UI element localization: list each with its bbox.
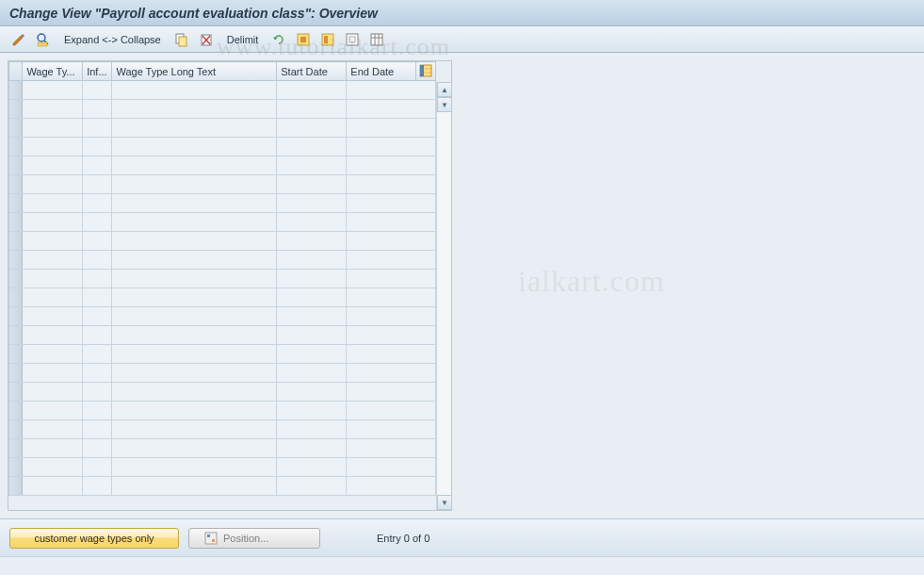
cell-end-date[interactable]	[347, 439, 436, 458]
cell-inf[interactable]	[83, 270, 112, 288]
delimit-button[interactable]: Delimit	[221, 30, 265, 49]
cell-long-text[interactable]	[112, 100, 277, 119]
cell-end-date[interactable]	[347, 138, 436, 156]
cell-end-date[interactable]	[347, 364, 436, 383]
cell-start-date[interactable]	[277, 232, 347, 251]
cell-wage-type[interactable]	[23, 138, 83, 156]
cell-long-text[interactable]	[112, 326, 277, 345]
row-selector[interactable]	[9, 477, 23, 496]
cell-start-date[interactable]	[277, 251, 347, 270]
row-selector[interactable]	[9, 420, 23, 439]
cell-end-date[interactable]	[347, 383, 436, 402]
cell-start-date[interactable]	[277, 345, 347, 364]
cell-wage-type[interactable]	[23, 194, 83, 213]
cell-wage-type[interactable]	[23, 175, 83, 194]
cell-start-date[interactable]	[277, 383, 347, 402]
row-selector[interactable]	[9, 138, 23, 156]
row-selector[interactable]	[9, 345, 23, 364]
cell-start-date[interactable]	[277, 100, 347, 119]
cell-end-date[interactable]	[347, 402, 436, 420]
cell-start-date[interactable]	[277, 288, 347, 307]
cell-long-text[interactable]	[112, 138, 277, 156]
table-row[interactable]	[9, 420, 436, 439]
cell-start-date[interactable]	[277, 270, 347, 288]
cell-inf[interactable]	[83, 175, 112, 194]
cell-end-date[interactable]	[347, 326, 436, 345]
cell-wage-type[interactable]	[23, 458, 83, 477]
cell-start-date[interactable]	[277, 213, 347, 232]
cell-start-date[interactable]	[277, 420, 347, 439]
table-row[interactable]	[9, 307, 436, 326]
table-settings-button[interactable]	[367, 30, 386, 49]
row-selector[interactable]	[9, 213, 23, 232]
cell-wage-type[interactable]	[23, 156, 83, 175]
table-row[interactable]	[9, 477, 436, 496]
row-selector[interactable]	[9, 288, 23, 307]
row-selector[interactable]	[9, 307, 23, 326]
cell-long-text[interactable]	[112, 175, 277, 194]
table-row[interactable]	[9, 402, 436, 420]
cell-wage-type[interactable]	[23, 81, 83, 100]
row-selector[interactable]	[9, 326, 23, 345]
row-selector[interactable]	[9, 81, 23, 100]
cell-end-date[interactable]	[347, 420, 436, 439]
cell-start-date[interactable]	[277, 458, 347, 477]
cell-long-text[interactable]	[112, 458, 277, 477]
cell-long-text[interactable]	[112, 270, 277, 288]
col-header-inf[interactable]: Inf...	[83, 62, 112, 81]
table-row[interactable]	[9, 439, 436, 458]
table-row[interactable]	[9, 100, 436, 119]
copy-button[interactable]	[172, 30, 191, 49]
cell-wage-type[interactable]	[23, 251, 83, 270]
cell-end-date[interactable]	[347, 251, 436, 270]
table-row[interactable]	[9, 119, 436, 138]
cell-wage-type[interactable]	[23, 307, 83, 326]
cell-inf[interactable]	[83, 156, 112, 175]
cell-start-date[interactable]	[277, 156, 347, 175]
table-row[interactable]	[9, 458, 436, 477]
cell-long-text[interactable]	[112, 364, 277, 383]
cell-inf[interactable]	[83, 420, 112, 439]
cell-inf[interactable]	[83, 345, 112, 364]
cell-wage-type[interactable]	[23, 439, 83, 458]
row-selector[interactable]	[9, 175, 23, 194]
corner-cell[interactable]	[9, 62, 23, 81]
cell-long-text[interactable]	[112, 439, 277, 458]
cell-inf[interactable]	[83, 402, 112, 420]
cell-end-date[interactable]	[347, 194, 436, 213]
row-selector[interactable]	[9, 100, 23, 119]
table-row[interactable]	[9, 81, 436, 100]
cell-long-text[interactable]	[112, 213, 277, 232]
col-header-start-date[interactable]: Start Date	[277, 62, 347, 81]
row-selector[interactable]	[9, 439, 23, 458]
table-row[interactable]	[9, 270, 436, 288]
scroll-down-inner-button[interactable]: ▼	[437, 97, 452, 112]
cell-wage-type[interactable]	[23, 288, 83, 307]
cell-long-text[interactable]	[112, 194, 277, 213]
cell-inf[interactable]	[83, 194, 112, 213]
cell-end-date[interactable]	[347, 156, 436, 175]
col-header-config[interactable]	[416, 62, 436, 81]
undo-button[interactable]	[269, 30, 288, 49]
cell-inf[interactable]	[83, 213, 112, 232]
cell-inf[interactable]	[83, 364, 112, 383]
cell-wage-type[interactable]	[23, 270, 83, 288]
cell-long-text[interactable]	[112, 232, 277, 251]
cell-inf[interactable]	[83, 288, 112, 307]
row-selector[interactable]	[9, 119, 23, 138]
row-selector[interactable]	[9, 194, 23, 213]
cell-end-date[interactable]	[347, 477, 436, 496]
cell-wage-type[interactable]	[23, 420, 83, 439]
cell-inf[interactable]	[83, 138, 112, 156]
cell-end-date[interactable]	[347, 270, 436, 288]
cell-end-date[interactable]	[347, 175, 436, 194]
cell-wage-type[interactable]	[23, 119, 83, 138]
cell-inf[interactable]	[83, 100, 112, 119]
customer-wage-types-button[interactable]: customer wage types only	[9, 528, 179, 549]
cell-end-date[interactable]	[347, 458, 436, 477]
cell-end-date[interactable]	[347, 288, 436, 307]
table-row[interactable]	[9, 156, 436, 175]
cell-start-date[interactable]	[277, 307, 347, 326]
cell-wage-type[interactable]	[23, 477, 83, 496]
cell-start-date[interactable]	[277, 81, 347, 100]
